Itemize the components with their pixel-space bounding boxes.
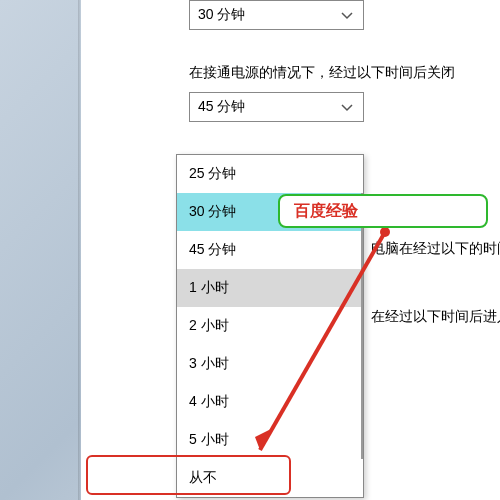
chevron-down-icon [341, 99, 353, 115]
option-label: 2 小时 [189, 317, 229, 335]
dropdown-option[interactable]: 1 小时 [177, 269, 363, 307]
label-sleep-plugged: 在经过以下时间后进入睡眠状态 [371, 308, 500, 326]
option-label: 4 小时 [189, 393, 229, 411]
dropdown-option[interactable]: 25 分钟 [177, 155, 363, 193]
option-label: 25 分钟 [189, 165, 236, 183]
label-turnoff-plugged: 在接通电源的情况下，经过以下时间后关闭 [189, 64, 455, 82]
option-label: 3 小时 [189, 355, 229, 373]
select-value: 30 分钟 [198, 6, 245, 24]
dropdown-option[interactable]: 4 小时 [177, 383, 363, 421]
dropdown-option[interactable]: 5 小时 [177, 421, 363, 459]
label-sleep-battery: 电脑在经过以下的时间后进入睡眠 [371, 240, 500, 258]
option-label: 45 分钟 [189, 241, 236, 259]
dropdown-option[interactable]: 45 分钟 [177, 231, 363, 269]
chevron-down-icon [341, 7, 353, 23]
option-label: 1 小时 [189, 279, 229, 297]
option-label: 从不 [189, 469, 217, 487]
badge-text: 百度经验 [294, 201, 358, 222]
watermark: Baidu 经验 [399, 470, 491, 494]
select-turnoff-plugged[interactable]: 45 分钟 [189, 92, 364, 122]
dropdown-option[interactable]: 2 小时 [177, 307, 363, 345]
settings-panel: 30 分钟 在接通电源的情况下，经过以下时间后关闭 45 分钟 25 分钟 30… [81, 0, 500, 500]
select-value: 45 分钟 [198, 98, 245, 116]
option-label: 30 分钟 [189, 203, 236, 221]
annotation-badge: 百度经验 [278, 194, 488, 228]
scrollbar[interactable] [361, 193, 363, 459]
dropdown-option[interactable]: 从不 [177, 459, 363, 497]
select-screen-timeout-plugged[interactable]: 30 分钟 [189, 0, 364, 30]
dropdown-option[interactable]: 3 小时 [177, 345, 363, 383]
option-label: 5 小时 [189, 431, 229, 449]
